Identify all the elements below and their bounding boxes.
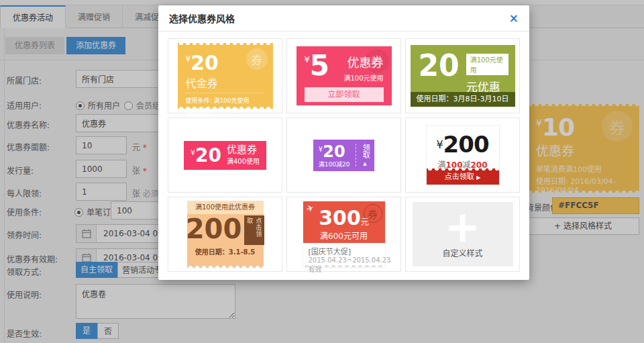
scallop-edge [427,168,499,172]
coupon-card: 20 满100元使用 元优惠券 使用日期：3月8日-3月10日 [411,45,515,107]
scallop-edge [187,264,264,268]
coupon-date: 使用日期：3.1-8.5 [187,246,264,256]
coupon-stamp-icon: 券 [246,48,268,70]
claim-button[interactable]: 领取▲ [356,144,370,166]
scallop-edge [178,43,273,46]
coupon-amount: 5 [310,53,329,79]
coupon-amount: 200 [186,215,242,245]
condition-badge: 满100元使用 [466,54,508,75]
coupon-style-orange-200[interactable]: 满100使用此优惠券 200 点击领取 使用日期：3.1-8.5 [168,197,282,272]
coupon-style-grid: 券 ¥20 代金券 使用条件: 满100元使用 使用日期: 2015/05/06… [158,32,529,280]
coupon-condition: 满600元可用 [303,230,385,241]
coupon-card: 券 ¥20 代金券 使用条件: 满100元使用 使用日期: 2015/05/06… [178,43,273,109]
coupon-card: ¥20 优惠券 满400使用 [184,141,266,170]
coupon-condition: 满100减20 [319,160,350,168]
click-claim-tag[interactable]: 点击领取 [244,215,264,245]
coupon-card: ¥20 满100减20 领取▲ [313,140,374,171]
coupon-style-pink-ribbon[interactable]: ¥20 优惠券 满400使用 [168,117,282,193]
click-claim-button[interactable]: 点击领取 ▶ [427,168,499,185]
coupon-style-red-300[interactable]: ✈ 券 300元 满600元可用 [国庆节大促] 2015.04.23~2015… [286,197,401,272]
coupon-condition: 满100元使用 [339,72,383,83]
modal-header: 选择优惠券风格 × [158,5,529,32]
coupon-amount: ¥20 [191,144,221,166]
custom-style-card: + 自定义样式 [413,202,513,266]
coupon-style-pink-claim[interactable]: 券 ¥ 5 优惠券 满100元使用 立即领取 [286,38,401,113]
coupon-stamp-icon: 券 [365,49,389,73]
coupon-amount: ¥200 [427,131,499,158]
claim-now-button[interactable]: 立即领取 [305,87,384,102]
coupon-style-yellow-stamp[interactable]: 券 ¥20 代金券 使用条件: 满100元使用 使用日期: 2015/05/06… [168,38,282,113]
triangle-right-icon: ▶ [476,175,480,181]
coupon-style-purple-ribbon[interactable]: ¥20 满100减20 领取▲ [286,117,401,193]
coupon-condition: 使用条件: 满100元使用 [186,96,265,105]
coupon-style-white-redbar[interactable]: ¥200 满100减200 点击领取 ▶ [405,117,520,193]
coupon-date: 使用日期：3月8日-3月10日 [411,92,515,107]
coupon-stamp-icon: 券 [364,204,382,223]
coupon-amount: ¥20 [319,142,350,161]
scallop-edge [303,264,385,267]
scallop-edge [178,105,273,109]
coupon-card: 满100使用此优惠券 200 点击领取 使用日期：3.1-8.5 [187,201,264,268]
coupon-campaign-name: [国庆节大促] [303,243,385,256]
coupon-style-green-date[interactable]: 20 满100元使用 元优惠券 使用日期：3月8日-3月10日 [405,38,520,113]
currency-symbol: ¥ [305,54,310,64]
close-icon[interactable]: × [509,13,519,24]
coupon-condition: 满100使用此优惠券 [187,201,264,214]
custom-style-label: 自定义样式 [442,247,482,258]
coupon-card: ¥200 满100减200 点击领取 ▶ [426,125,500,185]
coupon-card: ✈ 券 300元 满600元可用 [国庆节大促] 2015.04.23~2015… [303,201,386,268]
coupon-card: 券 ¥ 5 优惠券 满100元使用 立即领取 [297,46,392,105]
coupon-condition: 满400使用 [227,156,260,166]
modal-title: 选择优惠券风格 [169,11,509,25]
plus-icon: + [445,210,481,244]
coupon-style-modal: 选择优惠券风格 × 券 ¥20 代金券 使用条件: 满100元使用 使用日期: … [158,5,529,280]
triangle-up-icon: ▲ [361,161,370,166]
coupon-title: 代金券 [186,75,265,93]
coupon-style-custom[interactable]: + 自定义样式 [405,197,520,272]
coupon-title: 优惠券 [227,144,260,156]
